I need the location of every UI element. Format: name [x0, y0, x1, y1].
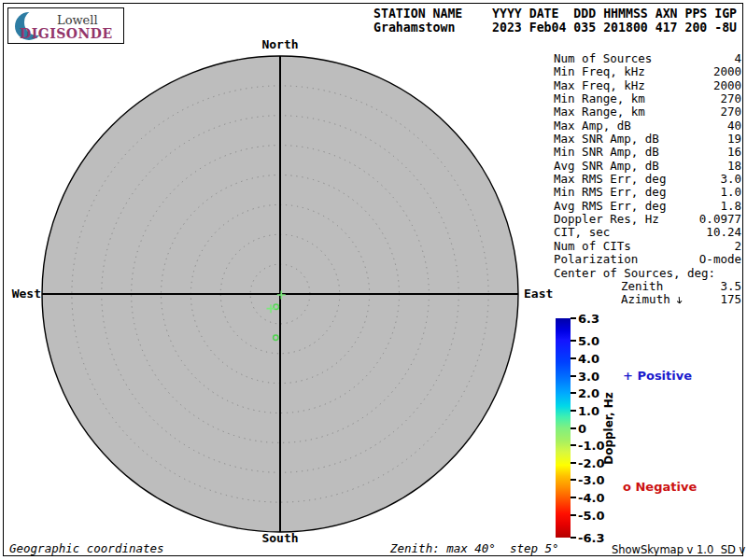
parameter-row: Max SNR Amp, dB19	[554, 133, 741, 146]
colorbar-tick-label: 1.0	[578, 403, 599, 417]
colorbar-tick-label: -2.0	[578, 455, 604, 469]
showskymap-window: Lowell DIGISONDE STATION NAME YYYY DATE …	[0, 0, 747, 560]
compass-label-south: South	[261, 531, 298, 545]
parameter-label: Zenith	[621, 280, 663, 293]
colorbar-tick-label: -6.3	[578, 531, 604, 545]
parameter-label: Min SNR Amp, dB	[554, 146, 659, 159]
parameter-label: Polarization	[554, 253, 638, 266]
parameter-row: Num of CITs2	[554, 240, 741, 253]
header-column-labels: STATION NAME YYYY DATE DDD HHMMSS AXN PP…	[374, 7, 737, 21]
parameter-label: Min RMS Err, deg	[554, 186, 666, 199]
parameter-label: Max Range, km	[554, 105, 645, 119]
parameter-value: 2000	[713, 65, 741, 78]
parameter-value: O-mode	[699, 253, 741, 266]
parameter-row: PolarizationO-mode	[554, 253, 741, 266]
colorbar-tick	[571, 444, 576, 446]
colorbar-tick	[571, 340, 576, 342]
parameter-label: CIT, sec	[554, 226, 610, 239]
parameter-list: Num of Sources4Min Freq, kHz2000Max Freq…	[554, 52, 741, 307]
skymap-plot	[19, 33, 542, 555]
colorbar-tick-label: -5.0	[578, 508, 604, 522]
parameter-row: Doppler Res, Hz0.0977	[554, 213, 741, 226]
colorbar-tick-label: 2.0	[578, 386, 599, 400]
colorbar-gradient	[556, 318, 571, 538]
doppler-colorbar: 6.35.04.03.02.01.00-1.0-2.0-3.0-4.0-5.0-…	[556, 318, 571, 538]
parameter-label: Doppler Res, Hz	[554, 213, 659, 226]
parameter-row: Min SNR Amp, dB16	[554, 146, 741, 159]
colorbar-tick-label: 3.0	[578, 369, 599, 383]
parameter-label: Min Range, km	[554, 92, 645, 105]
compass-label-west: West	[6, 287, 41, 301]
colorbar-tick-label: -4.0	[578, 491, 604, 505]
parameter-value: 4	[734, 52, 741, 65]
colorbar-tick	[571, 462, 576, 464]
parameter-value: 16	[727, 146, 741, 159]
parameter-label: Max SNR Amp, dB	[554, 133, 659, 146]
parameter-value: 0.0977	[699, 213, 741, 226]
footer-zenith-range-label: Zenith: max 40° step 5°	[390, 541, 559, 555]
parameter-row: Min Freq, kHz2000	[554, 65, 741, 78]
logo-lowell-text: Lowell	[57, 13, 98, 27]
colorbar-tick-label: 0	[578, 421, 586, 435]
colorbar-tick	[571, 479, 576, 481]
parameter-row: Azimuth175	[554, 293, 741, 306]
parameter-label: Num of Sources	[554, 52, 652, 65]
colorbar-tick	[571, 497, 576, 498]
parameter-row: Num of Sources4	[554, 52, 741, 65]
compass-label-north: North	[261, 37, 298, 51]
parameter-label: Avg RMS Err, deg	[554, 200, 666, 213]
colorbar-tick	[571, 537, 576, 539]
colorbar-tick	[571, 514, 576, 516]
parameter-value: 2000	[713, 79, 741, 92]
colorbar-tick	[571, 392, 576, 394]
parameter-label: Center of Sources, deg:	[554, 267, 715, 280]
colorbar-tick-label: 5.0	[578, 334, 599, 348]
parameter-value: 40	[727, 119, 741, 133]
parameter-value: 19	[727, 133, 741, 146]
parameter-row: Min Range, km270	[554, 92, 741, 105]
parameter-label: Max RMS Err, deg	[554, 173, 666, 186]
colorbar-tick	[571, 375, 576, 377]
parameter-value: 10.24	[706, 226, 741, 239]
colorbar-tick	[571, 427, 576, 429]
colorbar-tick-label: 6.3	[578, 312, 599, 326]
parameter-value: 2	[734, 240, 741, 253]
parameter-label: Azimuth	[621, 293, 684, 306]
compass-label-east: East	[524, 287, 553, 301]
colorbar-tick-label: 4.0	[578, 351, 599, 365]
parameter-value: 270	[720, 92, 741, 105]
legend-negative: o Negative	[623, 480, 697, 494]
parameter-row: Min RMS Err, deg1.0	[554, 186, 741, 199]
footer-coordinates-label: Geographic coordinates	[9, 541, 164, 555]
parameter-label: Max Amp, dB	[554, 119, 631, 133]
parameter-value: 18	[727, 160, 741, 173]
parameter-row: Avg SNR Amp, dB18	[554, 160, 741, 173]
parameter-label: Max Freq, kHz	[554, 79, 645, 92]
parameter-value: 1.8	[720, 200, 741, 213]
colorbar-tick-label: -1.0	[578, 439, 604, 453]
colorbar-tick	[571, 410, 576, 412]
colorbar-axis-label: Doppler, Hz	[602, 392, 615, 465]
parameter-value: 1.0	[720, 186, 741, 199]
parameter-label: Num of CITs	[554, 240, 631, 253]
parameter-row: Max Amp, dB40	[554, 119, 741, 133]
legend-positive: + Positive	[623, 369, 692, 383]
parameter-row: Center of Sources, deg:	[554, 267, 741, 280]
colorbar-tick-label: -3.0	[578, 473, 604, 487]
colorbar-tick	[571, 357, 576, 359]
parameter-label: Avg SNR Amp, dB	[554, 160, 659, 173]
parameter-value: 3.5	[720, 280, 741, 293]
parameter-row: Zenith3.5	[554, 280, 741, 293]
parameter-value: 270	[720, 105, 741, 119]
footer-version-label: ShowSkymap v 1.0 SD v 5.1	[612, 543, 747, 556]
parameter-value: 3.0	[720, 173, 741, 186]
azimuth-direction-arrow-icon	[674, 296, 684, 305]
parameter-label: Min Freq, kHz	[554, 65, 645, 78]
parameter-row: Max Freq, kHz2000	[554, 79, 741, 92]
parameter-row: Max RMS Err, deg3.0	[554, 173, 741, 186]
parameter-row: Max Range, km270	[554, 105, 741, 119]
parameter-value: 175	[720, 293, 741, 306]
parameter-row: Avg RMS Err, deg1.8	[554, 200, 741, 213]
parameter-row: CIT, sec10.24	[554, 226, 741, 239]
colorbar-tick	[571, 317, 576, 319]
